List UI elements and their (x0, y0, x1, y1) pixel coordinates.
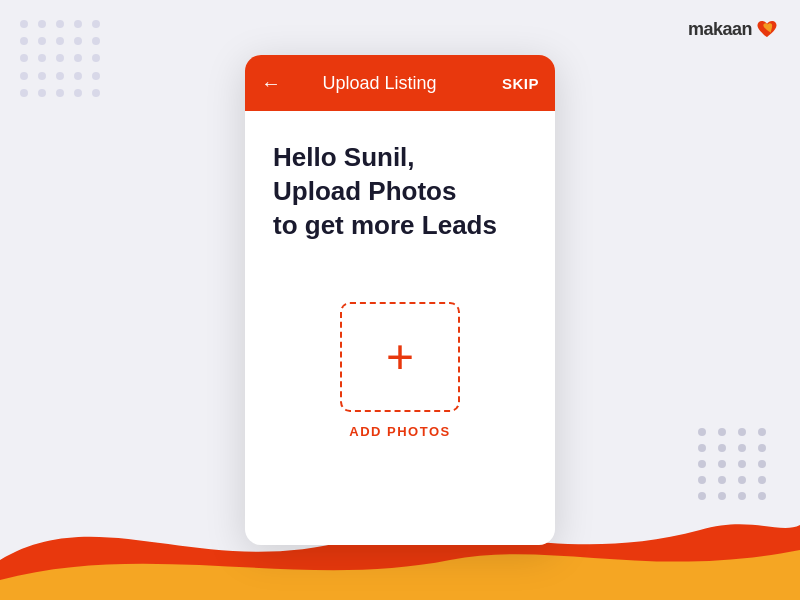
logo: makaan (688, 18, 778, 40)
content-area: Hello Sunil, Upload Photos to get more L… (245, 111, 555, 545)
greeting-line-2: Upload Photos (273, 176, 456, 206)
add-photos-label: ADD PHOTOS (349, 424, 450, 439)
plus-icon: + (386, 333, 414, 381)
phone-frame: ← Upload Listing SKIP Hello Sunil, Uploa… (245, 55, 555, 545)
logo-text: makaan (688, 19, 752, 40)
header-title: Upload Listing (257, 73, 502, 94)
upload-box-container: + ADD PHOTOS (273, 302, 527, 439)
greeting-line-3: to get more Leads (273, 210, 497, 240)
logo-heart-icon (756, 18, 778, 40)
header-bar: ← Upload Listing SKIP (245, 55, 555, 111)
greeting-line-1: Hello Sunil, (273, 142, 415, 172)
skip-button[interactable]: SKIP (502, 75, 539, 92)
dot-pattern-top-left (20, 20, 100, 100)
add-photos-button[interactable]: + (340, 302, 460, 412)
greeting-text: Hello Sunil, Upload Photos to get more L… (273, 141, 497, 242)
